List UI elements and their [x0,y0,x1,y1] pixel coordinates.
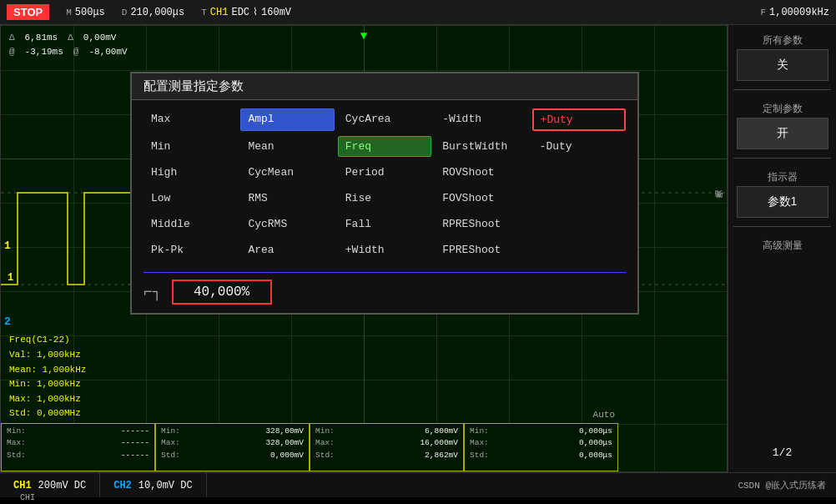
advanced-meas-label: 高级测量 [763,239,803,253]
param-empty [532,214,626,234]
meas-panel-1: Min:------Max:------Std:------ [1,423,155,471]
param-empty [532,188,626,209]
ch1-val: 200mV DC [38,480,87,491]
svg-text:1: 1 [8,272,13,284]
page-indicator: 1/2 [773,446,792,467]
panel-row: Std:------ [7,450,149,461]
freq-value: 1,00009kHz [769,7,829,18]
param-ROVShoot[interactable]: ROVShoot [435,162,528,183]
freq-max: Max: 1,000kHz [9,392,86,407]
freq-val: Val: 1,000kHz [9,348,86,363]
timebase-display: M 500μs [66,7,105,18]
param-empty [532,239,626,260]
param-Area[interactable]: Area [240,239,334,260]
param1-button[interactable]: 参数1 [737,186,828,218]
timebase-value: 500μs [75,7,105,18]
param-Min[interactable]: Min [144,136,237,157]
param-FPREShoot[interactable]: FPREShoot [435,239,528,260]
waveform-icon: ⌐┐ [144,284,162,300]
delay-display: D 210,000μs [122,7,184,18]
dialog-input-row: ⌐┐ 40,000% [144,272,626,305]
ch2-indicator: 2 [4,315,11,328]
panel-row: Min:328,00mV [161,426,304,437]
param-Middle[interactable]: Middle [144,214,237,234]
ch2-label: CH2 [113,480,132,491]
custom-params-label: 定制参数 [763,102,803,116]
sidebar-section-advanced: 高级测量 [733,235,831,253]
param-Freq[interactable]: Freq [338,136,431,157]
freq-mean: Mean: 1,000kHz [9,363,86,378]
param-Mean[interactable]: Mean [240,136,334,157]
params-grid: MaxAmplCycArea-Width+DutyMinMeanFreqBurs… [144,108,626,260]
meas-panel-4: Min:0,000μsMax:0,000μsStd:0,000μs [464,423,618,471]
panel-row: Max:16,000mV [315,437,458,449]
param-FOVShoot[interactable]: FOVShoot [435,188,528,209]
panel-row: Std:2,862mV [315,450,458,461]
trigger-ch: CH1 [210,7,229,18]
param-BurstWidth[interactable]: BurstWidth [435,136,528,157]
trigger-mode: EDC [231,7,249,18]
d-label: D [122,8,128,18]
param-Ampl[interactable]: Ampl [240,108,334,131]
panel-row: Min:6,800mV [315,426,458,437]
ch2-val: 10,0mV DC [138,480,193,491]
param-CycArea[interactable]: CycArea [338,108,431,131]
param--Width[interactable]: -Width [435,108,528,131]
param-High[interactable]: High [144,162,237,183]
dialog-body: MaxAmplCycArea-Width+DutyMinMeanFreqBurs… [132,100,637,313]
param-Fall[interactable]: Fall [338,214,431,234]
param-CycMean[interactable]: CycMean [240,162,334,183]
panel-row: Min:------ [7,426,149,437]
panel-row: Max:------ [7,437,149,449]
sidebar-section-all-params: 所有参数 关 [733,30,831,81]
auto-badge: Auto [593,410,615,420]
status-bar: CH1 200mV DC CH2 10,0mV DC CHI CSDN @嵌入式… [0,472,836,497]
param-RMS[interactable]: RMS [240,188,334,209]
panel-row: Min:0,000μs [470,426,612,437]
ch1-indicator: 1 [4,239,11,252]
trigger-display: T CH1 EDC ⌇ 160mV [201,6,291,18]
param--Duty[interactable]: -Duty [532,136,626,157]
off-button[interactable]: 关 [737,49,828,81]
delay-value: 210,000μs [130,7,184,18]
duty-value: 40,000% [172,280,272,305]
panel-row: Max:0,000μs [470,437,612,449]
panel-row: Std:0,000μs [470,450,612,461]
freq-panel-title: Freq(C1-22) [9,333,86,348]
param--Duty[interactable]: +Duty [532,108,626,131]
main-area: ▼ Δ 6,81ms Δ 0,00mV @ -3,19ms @ -8,00mV [0,25,836,472]
stop-button[interactable]: STOP [7,4,49,20]
param-Pk-Pk[interactable]: Pk-Pk [144,239,237,260]
sidebar-section-indicator: 指示器 参数1 [733,167,831,218]
sidebar-divider-2 [733,158,831,159]
ch1-status: CH1 200mV DC [0,473,100,497]
csdn-label: CSDN @嵌入式历练者 [738,479,836,491]
f-label: F [760,8,766,18]
freq-panel: Freq(C1-22) Val: 1,000kHz Mean: 1,000kHz… [9,333,86,421]
trigger-slope: ⌇ [253,6,258,18]
param--Width[interactable]: +Width [338,239,431,260]
indicator-label: 指示器 [768,170,798,184]
ch2-status: CH2 10,0mV DC [100,473,206,497]
param-Period[interactable]: Period [338,162,431,183]
freq-display: F 1,00009kHz [760,7,829,18]
scope-screen: ▼ Δ 6,81ms Δ 0,00mV @ -3,19ms @ -8,00mV [0,25,728,472]
ch1-label: CH1 [13,480,32,491]
param-empty [532,162,626,183]
config-dialog: 配置测量指定参数 MaxAmplCycArea-Width+DutyMinMea… [130,72,639,315]
param-Low[interactable]: Low [144,188,237,209]
panel-row: Std:0,000mV [161,450,304,461]
trigger-level: 160mV [261,7,291,18]
t-label: T [201,8,207,18]
param-Max[interactable]: Max [144,108,237,131]
param-Rise[interactable]: Rise [338,188,431,209]
meas-panel-3: Min:6,800mVMax:16,000mVStd:2,862mV [310,423,464,471]
m-label: M [66,8,72,18]
freq-std: Std: 0,000MHz [9,406,86,421]
param-RPREShoot[interactable]: RPREShoot [435,214,528,234]
param-CycRMS[interactable]: CycRMS [240,214,334,234]
right-sidebar: 所有参数 关 定制参数 开 指示器 参数1 高级测量 1/2 [728,25,836,472]
top-bar: STOP M 500μs D 210,000μs T CH1 EDC ⌇ 160… [0,0,836,25]
freq-min: Min: 1,000kHz [9,377,86,392]
on-button[interactable]: 开 [737,118,828,149]
